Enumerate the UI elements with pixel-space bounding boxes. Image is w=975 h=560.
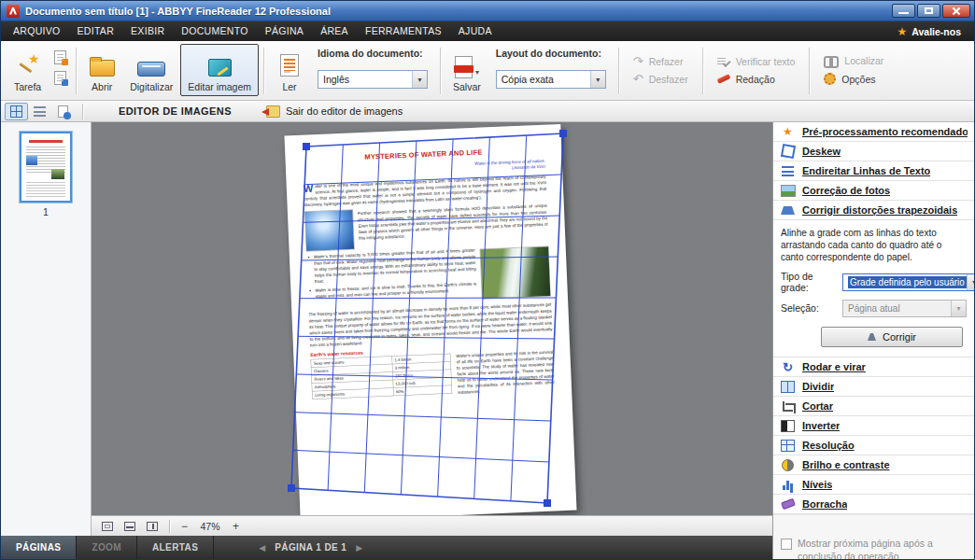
menu-area[interactable]: ÁREA <box>312 21 357 41</box>
main-toolbar: Tarefa Abrir Digitalizar Editar imagem L… <box>1 41 974 101</box>
tool-deskew[interactable]: Deskew <box>773 142 974 161</box>
menu-arquivo[interactable]: ARQUIVO <box>5 21 69 41</box>
document-layout-dropdown[interactable]: Cópia exata ▾ <box>496 70 606 89</box>
edit-image-icon <box>208 59 232 77</box>
redaction-button[interactable]: Redação <box>717 74 796 85</box>
menu-ajuda[interactable]: AJUDA <box>450 21 501 41</box>
menu-pagina[interactable]: PÁGINA <box>257 21 312 41</box>
quick-task-button-bottom[interactable] <box>51 69 68 86</box>
application-window: Documento sem título [1] - ABBYY FineRea… <box>0 0 975 560</box>
tool-photo-correction[interactable]: Correção de fotos <box>773 181 974 201</box>
zoom-level-value[interactable]: 47% <box>194 521 226 532</box>
save-button[interactable]: ▾ Salvar <box>445 44 488 96</box>
thumbnail-image-blue <box>26 156 37 165</box>
thumbnail-title-bar <box>29 140 63 143</box>
image-editor-toolbar: EDITOR DE IMAGENS Sair do editor de imag… <box>1 101 974 122</box>
list-view-button[interactable] <box>28 103 51 120</box>
tool-split[interactable]: Dividir <box>773 377 974 397</box>
thumbnail-view-button[interactable] <box>5 103 28 120</box>
toolbar-separator <box>618 48 619 94</box>
quick-task-button-top[interactable] <box>51 49 68 65</box>
chevron-down-icon: ▾ <box>412 71 427 88</box>
next-page-button[interactable]: ▶ <box>356 543 362 553</box>
menu-ferramentas[interactable]: FERRAMENTAS <box>357 21 450 41</box>
menu-bar: ARQUIVO EDITAR EXIBIR DOCUMENTO PÁGINA Á… <box>1 21 974 41</box>
prev-page-button[interactable]: ◀ <box>259 543 265 553</box>
gear-icon <box>824 73 836 85</box>
tool-eraser[interactable]: Borracha <box>773 495 974 514</box>
tool-invert[interactable]: Inverter <box>773 416 974 436</box>
undo-button[interactable]: ↶ Desfazer <box>633 74 688 85</box>
tool-straighten-text-lines[interactable]: Endireitar Linhas de Texto <box>773 161 974 181</box>
exit-door-icon <box>266 105 280 118</box>
chevron-down-icon: ▾ <box>590 71 605 88</box>
trapezoid-correction-section: Alinhe a grade com as linhas do texto ar… <box>773 220 974 357</box>
page-thumbnail[interactable] <box>20 132 72 203</box>
fit-page-icon <box>102 522 113 531</box>
fit-width-button[interactable] <box>120 518 140 535</box>
eraser-icon <box>780 497 796 511</box>
tool-correct-trapezoid-distortions[interactable]: Corrigir distorções trapezoidais <box>773 201 974 220</box>
binoculars-icon <box>824 56 839 66</box>
toolbar-separator <box>809 48 810 94</box>
photo-icon <box>780 184 796 198</box>
open-button[interactable]: Abrir <box>81 44 122 96</box>
deskew-icon <box>780 145 796 159</box>
page-properties-button[interactable] <box>51 103 75 120</box>
image-editor-canvas[interactable]: MYSTERIES OF WATER AND LIFE Water is the… <box>92 122 772 536</box>
document-layout-label: Layout do documento: <box>496 48 606 59</box>
actual-size-icon <box>147 522 158 531</box>
edit-image-button[interactable]: Editar imagem <box>180 44 259 96</box>
tool-levels[interactable]: Níveis <box>773 475 974 495</box>
task-button[interactable]: Tarefa <box>7 44 49 96</box>
page-indicator: PÁGINA 1 DE 1 <box>275 542 346 553</box>
app-logo-icon <box>7 5 20 18</box>
fit-page-button[interactable] <box>97 518 118 535</box>
maximize-button[interactable] <box>917 4 940 18</box>
selection-label: Seleção: <box>781 303 842 315</box>
correct-button[interactable]: Corrigir <box>821 327 963 347</box>
tab-alertas[interactable]: ALERTAS <box>137 536 214 559</box>
show-next-page-option[interactable]: Mostrar próxima página após a conclusão … <box>773 538 974 559</box>
trapezoid-icon <box>868 333 876 341</box>
minimize-button[interactable] <box>892 4 915 18</box>
find-button[interactable]: Localizar <box>824 55 883 66</box>
menu-exibir[interactable]: EXIBIR <box>122 21 173 41</box>
trapezoid-description: Alinhe a grade com as linhas do texto ar… <box>781 227 967 263</box>
document-language-dropdown[interactable]: Inglês ▾ <box>318 70 428 89</box>
exit-image-editor-button[interactable]: Sair do editor de imagens <box>258 103 411 120</box>
menu-documento[interactable]: DOCUMENTO <box>173 21 256 41</box>
read-button[interactable]: Ler <box>269 44 310 96</box>
menu-editar[interactable]: EDITAR <box>69 21 123 41</box>
zoom-out-button[interactable]: − <box>177 518 192 534</box>
document-page: MYSTERIES OF WATER AND LIFE Water is the… <box>284 124 576 522</box>
tool-resolution[interactable]: Resolução <box>773 436 974 455</box>
redo-button[interactable]: ↷ Refazer <box>633 56 688 67</box>
rate-us-button[interactable]: ★ Avalie-nos <box>897 25 970 38</box>
pages-panel: 1 <box>1 122 92 536</box>
zoom-in-button[interactable]: + <box>228 518 244 534</box>
scan-button[interactable]: Digitalizar <box>122 44 180 96</box>
selection-dropdown[interactable]: Página atual ▾ <box>842 300 967 317</box>
folder-icon <box>90 60 115 77</box>
close-button[interactable] <box>942 4 970 18</box>
grid-corner-handle[interactable] <box>288 484 295 492</box>
chevron-down-icon: ▾ <box>951 301 966 316</box>
options-button[interactable]: Opções <box>824 73 883 85</box>
tool-brightness-contrast[interactable]: Brilho e contraste <box>773 455 974 475</box>
spellcheck-icon <box>717 56 730 67</box>
thumbnail-image-green <box>51 169 64 179</box>
grid-type-dropdown[interactable]: Grade definida pelo usuário ▾ <box>842 273 974 291</box>
tab-zoom[interactable]: ZOOM <box>77 536 137 559</box>
tool-crop[interactable]: Cortar <box>773 397 974 416</box>
preprocessing-icon <box>780 125 796 139</box>
actual-size-button[interactable] <box>142 518 162 535</box>
verify-text-button[interactable]: Verificar texto <box>717 56 796 67</box>
show-next-page-checkbox[interactable] <box>781 539 792 550</box>
invert-icon <box>780 419 796 433</box>
grid-type-label: Tipo de grade: <box>781 272 842 293</box>
tool-rotate-and-flip[interactable]: Rodar e virar <box>773 357 974 377</box>
page-thumbnail-number: 1 <box>43 206 49 217</box>
tool-recommended-preprocessing[interactable]: Pré-processamento recomendado <box>773 122 974 142</box>
tab-paginas[interactable]: PÁGINAS <box>1 536 77 559</box>
